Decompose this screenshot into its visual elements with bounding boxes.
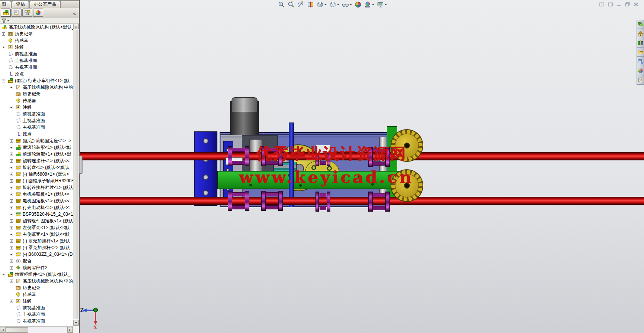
view-orientation-button[interactable] <box>316 1 327 9</box>
tree-item[interactable]: +高压线机械除冰机构 中的 <box>0 278 73 284</box>
displaymanager-tab[interactable] <box>33 9 43 17</box>
tree-horizontal-scrollbar[interactable]: ◄ ► <box>0 326 73 333</box>
tree-item[interactable]: 历史记录 <box>0 284 73 291</box>
tree-item[interactable]: 右视基准面 <box>0 318 73 324</box>
tree-item[interactable]: +电机关联板<1> (默认<< <box>0 191 73 197</box>
tree-expand-box[interactable]: + <box>10 179 13 183</box>
tree-expand-box[interactable]: + <box>10 233 13 236</box>
tree-item[interactable]: +(-) B6003ZZ_2_03<1> (D <box>0 251 73 258</box>
tree-item[interactable]: +行走电动机<1> (默认<< <box>0 204 73 211</box>
tree-item[interactable]: +BSP35B20-N-15_2_03<1 <box>0 211 73 218</box>
minimize-button[interactable] <box>616 1 622 7</box>
scroll-down-button[interactable]: ▼ <box>73 320 79 326</box>
restore-button[interactable] <box>624 1 630 7</box>
solidworks-forum-tab[interactable] <box>637 20 644 29</box>
mount-plate-left[interactable] <box>194 131 217 206</box>
cable-pulley[interactable] <box>228 191 249 211</box>
cable-pulley[interactable] <box>228 146 249 166</box>
design-library-tab[interactable] <box>637 38 644 48</box>
tree-expand-box[interactable]: + <box>10 219 13 223</box>
tree-item[interactable]: −放置柜组件<1> (默认<默认_ <box>0 271 73 278</box>
tree-item[interactable]: 右视基准面 <box>0 124 73 131</box>
hide-show-items-button[interactable] <box>342 1 352 9</box>
tree-expand-box[interactable]: + <box>10 193 13 196</box>
tree-item[interactable]: +右侧罩壳<1> (默认<<默 <box>0 231 73 238</box>
tree-expand-box[interactable]: + <box>10 213 13 216</box>
tree-expand-box[interactable]: + <box>10 266 13 270</box>
collapse-right-pane-button[interactable] <box>607 1 613 7</box>
configurationmanager-tab[interactable] <box>22 9 32 17</box>
tree-item[interactable]: 传感器 <box>0 37 73 44</box>
zoom-to-fit-button[interactable] <box>278 1 285 9</box>
tree-expand-box[interactable]: + <box>10 253 13 256</box>
tree-collapse-box[interactable]: − <box>2 79 5 82</box>
featuremanager-tab[interactable] <box>1 9 11 17</box>
view-palette-tab[interactable] <box>637 57 644 66</box>
filter-dropdown-caret[interactable] <box>7 20 9 21</box>
section-view-button[interactable] <box>307 1 314 9</box>
commandmanager-tab-partial[interactable]: 图 <box>0 1 11 8</box>
hide-show-items-dropdown-caret[interactable] <box>350 4 352 5</box>
tree-item[interactable]: +前滚轮装配<1> (默认<默 <box>0 151 73 157</box>
tree-item[interactable]: −(固定) 行走小车组件<1> (默 <box>0 77 73 84</box>
tree-item[interactable]: 原点 <box>0 131 73 137</box>
tree-item[interactable]: +旋转组件固定板<1> (默认 <box>0 218 73 224</box>
tree-vertical-scrollbar[interactable]: ▲ ▼ <box>73 24 79 326</box>
tree-expand-box[interactable]: + <box>10 153 13 156</box>
tree-item[interactable]: +历史记录 <box>0 30 73 37</box>
tree-expand-box[interactable]: + <box>10 106 13 109</box>
scroll-left-button[interactable]: ◄ <box>0 327 6 333</box>
tree-item[interactable]: 上视基准面 <box>0 117 73 124</box>
tree-item[interactable]: 前视基准面 <box>0 111 73 117</box>
tree-expand-box[interactable]: + <box>10 280 13 283</box>
tree-item[interactable]: +(固定) 滚轮固定座<1> -> <box>0 137 73 144</box>
vertical-scroll-thumb[interactable] <box>74 30 78 319</box>
apply-scene-dropdown-caret[interactable] <box>372 4 374 5</box>
tree-item[interactable]: 前视基准面 <box>0 50 73 57</box>
previous-view-button[interactable] <box>297 1 305 9</box>
tree-item[interactable]: 上视基准面 <box>0 311 73 318</box>
tree-expand-box[interactable]: + <box>10 86 13 89</box>
cable-pulley[interactable] <box>315 192 330 212</box>
tree-expand-box[interactable]: + <box>10 259 13 263</box>
apply-scene-button[interactable] <box>364 1 375 9</box>
tree-item[interactable]: 传感器 <box>0 291 73 298</box>
tree-expand-box[interactable]: + <box>10 146 13 149</box>
collapse-left-pane-button[interactable] <box>599 1 605 7</box>
tree-expand-box[interactable]: + <box>2 46 5 49</box>
tree-expand-box[interactable]: + <box>2 32 5 36</box>
tree-expand-box[interactable]: + <box>10 186 13 189</box>
tree-filter-row[interactable] <box>0 17 79 24</box>
tree-item[interactable]: +旋转盘<1> (默认<<默认 <box>0 164 73 171</box>
tree-item[interactable]: 历史记录 <box>0 91 73 97</box>
display-style-dropdown-caret[interactable] <box>337 4 339 5</box>
display-style-button[interactable] <box>329 1 340 9</box>
tree-item[interactable]: 原点 <box>0 71 73 77</box>
tree-expand-box[interactable]: + <box>10 166 13 169</box>
commandmanager-tab-office[interactable]: 办公室产品 <box>30 1 60 8</box>
tree-item[interactable]: 传感器 <box>0 97 73 104</box>
horizontal-scroll-thumb[interactable] <box>6 327 28 333</box>
solidworks-resources-tab[interactable] <box>637 29 644 38</box>
tree-expand-box[interactable]: + <box>10 246 13 249</box>
tree-item[interactable]: +高压线机械除冰机构 中的 <box>0 84 73 91</box>
tree-item[interactable]: +后滚轮装配<1> (默认<默 <box>0 144 73 151</box>
tree-item[interactable]: +镜向零部件2 <box>0 264 73 271</box>
graphics-viewport[interactable]: 优秀毕业设计资源网 www.keyicad.cn Z X <box>80 0 644 333</box>
tree-item[interactable]: +(-) 轴承6808<1> (默认< <box>0 171 73 177</box>
view-orientation-dropdown-caret[interactable] <box>324 4 327 5</box>
cable-pulley[interactable] <box>368 192 390 212</box>
scroll-up-button[interactable]: ▲ <box>73 24 79 29</box>
tree-item[interactable]: 上视基准面 <box>0 57 73 64</box>
tree-item[interactable]: +左侧罩壳<1> (默认<<默 <box>0 224 73 231</box>
power-cable-bottom[interactable] <box>80 197 644 205</box>
tree-collapse-box[interactable]: − <box>2 273 5 276</box>
tree-item[interactable]: +A注解 <box>0 298 73 304</box>
close-button[interactable] <box>633 1 639 7</box>
tree-item[interactable]: +旋转连接杆档片<1> (默认 <box>0 184 73 191</box>
tree-item[interactable]: +(-) 圆锥滚子轴承HR32008 <box>0 177 73 184</box>
tree-expand-box[interactable]: + <box>10 226 13 229</box>
tree-item[interactable]: 前视基准面 <box>0 304 73 311</box>
cable-pulley[interactable] <box>261 191 283 211</box>
tree-item[interactable]: +A注解 <box>0 104 73 111</box>
